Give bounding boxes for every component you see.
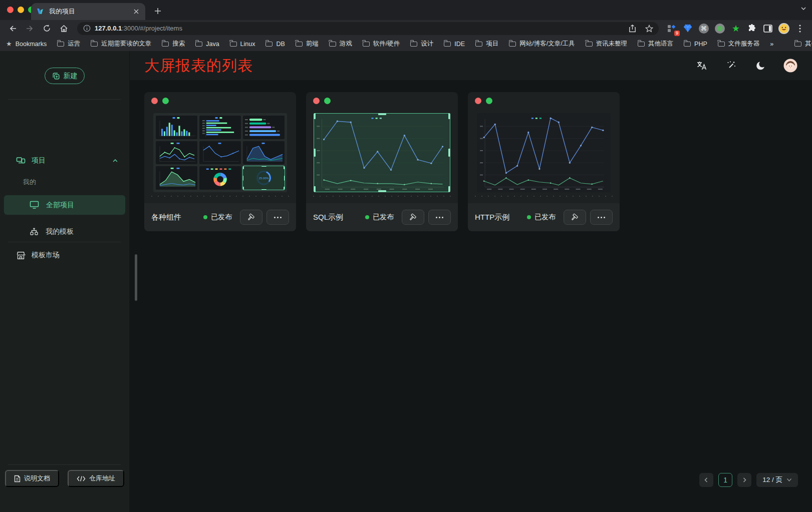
project-card[interactable]: 25.00% [144,92,296,231]
status-dot-icon [527,215,531,219]
home-icon[interactable] [57,22,70,35]
extension-badge: 9 [674,31,680,36]
edit-hammer-button[interactable] [564,210,586,225]
bookmarks-overflow-icon[interactable]: » [770,41,773,48]
create-new-label: 新建 [64,72,78,81]
current-page-button[interactable]: 1 [718,473,732,487]
ellipsis-icon [274,217,282,218]
side-panel-icon[interactable] [762,23,774,35]
back-icon[interactable] [6,22,19,35]
sidebar-item-template-market[interactable]: 模板市场 [0,246,129,264]
bookmark-folder[interactable]: 软件/硬件 [363,40,400,48]
forward-icon[interactable] [23,22,36,35]
folder-icon [329,42,336,47]
project-card[interactable]: SQL示例 已发布 [306,92,458,231]
prev-page-button[interactable] [699,473,713,487]
bookmark-folder[interactable]: 网站/博客/文章/工具 [509,40,575,48]
green-star-glyph: ★ [732,23,740,34]
user-avatar[interactable] [783,59,797,73]
more-actions-button[interactable] [266,210,289,225]
bookmarks-manager-item[interactable]: ★ Bookmarks [6,40,47,48]
tab-close-icon[interactable] [132,8,140,16]
sidebar-item-all-projects[interactable]: 全部项目 [4,195,125,215]
folder-icon [684,42,691,47]
address-bar[interactable]: 127.0.0.1:3000/#/project/items [77,22,659,35]
bookmark-folder[interactable]: 文件服务器 [718,40,760,48]
sidebar-bottom: 说明文档 仓库地址 [0,470,129,487]
magic-wand-icon[interactable] [724,59,738,73]
bookmark-folder[interactable]: Linux [230,41,255,48]
star-icon: ★ [6,40,12,48]
bookmark-folder[interactable]: 运营 [57,40,80,48]
gauge-value: 25.00% [258,177,269,180]
project-thumbnail[interactable]: 25.00% [153,113,287,192]
language-translate-icon[interactable] [695,59,709,73]
share-icon[interactable] [626,22,639,35]
bookmark-folder[interactable]: 近期需要读的文章 [91,40,151,48]
site-info-icon[interactable] [83,25,91,32]
more-actions-button[interactable] [428,210,451,225]
sidebar-item-my-templates[interactable]: 我的模板 [4,222,125,241]
status-badge: 已发布 [365,213,394,222]
bookmark-folder[interactable]: PHP [684,41,707,48]
reload-icon[interactable] [40,22,53,35]
extension-gem-icon[interactable] [682,23,694,35]
tab-search-icon[interactable] [800,5,807,14]
project-card[interactable]: HTTP示例 已发布 [468,92,620,231]
bookmark-folder[interactable]: DB [265,41,285,48]
project-thumbnail[interactable] [477,113,611,192]
selection-handle [448,186,450,192]
browser-tab[interactable]: 我的项目 [31,3,145,20]
bookmark-folder[interactable]: 游戏 [329,40,352,48]
extension-record-icon[interactable] [714,23,726,35]
minimize-window-button[interactable] [18,7,24,13]
selection-handle [448,113,450,119]
bookmark-label: 近期需要读的文章 [101,40,151,48]
sidebar-group-projects[interactable]: 项目 [0,153,129,169]
bookmark-folder[interactable]: 前端 [296,40,319,48]
bookmark-star-icon[interactable] [643,22,656,35]
content-scrollbar[interactable] [135,254,137,301]
extension-green-star-icon[interactable]: ★ [730,23,742,35]
extension-command-icon[interactable]: ⌘ [698,23,710,35]
dark-mode-moon-icon[interactable] [754,59,768,73]
mini-area-chart-green [156,166,197,190]
profile-avatar-icon[interactable] [778,23,790,35]
bookmark-folder[interactable]: 设计 [410,40,433,48]
project-thumbnail[interactable] [314,113,450,192]
bookmark-folder[interactable]: Java [195,41,219,48]
edit-hammer-button[interactable] [240,210,262,225]
mini-bar-chart [156,116,197,139]
bookmarks-bar: ★ Bookmarks 运营 近期需要读的文章 搜索 Java Linux DB… [0,37,812,51]
chevron-up-icon[interactable] [112,157,119,164]
bookmark-folder[interactable]: 资讯未整理 [586,40,628,48]
bookmark-label: Java [206,41,219,48]
url-host: 127.0.0.1 [95,25,122,32]
mini-hbar-chart [199,116,241,139]
next-page-button[interactable] [737,473,751,487]
selection-handle [243,176,243,181]
bookmark-label: 搜索 [172,40,185,48]
bookmark-folder[interactable]: 项目 [475,40,498,48]
other-bookmarks-folder[interactable]: 其他书签 [794,40,812,48]
docs-button[interactable]: 说明文档 [5,470,59,487]
browser-menu-icon[interactable] [794,23,806,35]
sidebar-item-label: 全部项目 [46,201,74,210]
close-window-button[interactable] [7,7,14,13]
edit-hammer-button[interactable] [402,210,424,225]
selection-handle [284,166,285,169]
new-tab-button[interactable] [151,5,164,18]
bookmark-folder[interactable]: IDE [444,41,465,48]
bookmark-label: 游戏 [340,40,352,48]
selection-handle [314,149,316,157]
code-icon [77,475,86,482]
page-size-select[interactable]: 12 / 页 [756,473,798,487]
bookmark-folder[interactable]: 其他语言 [638,40,673,48]
extensions-puzzle-icon[interactable] [746,23,758,35]
create-new-button[interactable]: 新建 [45,68,85,84]
extension-blocks-icon[interactable]: 9 [666,23,678,35]
repo-button[interactable]: 仓库地址 [68,470,124,487]
goview-app: 新建 项目 我的 全 [0,51,812,512]
more-actions-button[interactable] [590,210,613,225]
bookmark-folder[interactable]: 搜索 [162,40,185,48]
